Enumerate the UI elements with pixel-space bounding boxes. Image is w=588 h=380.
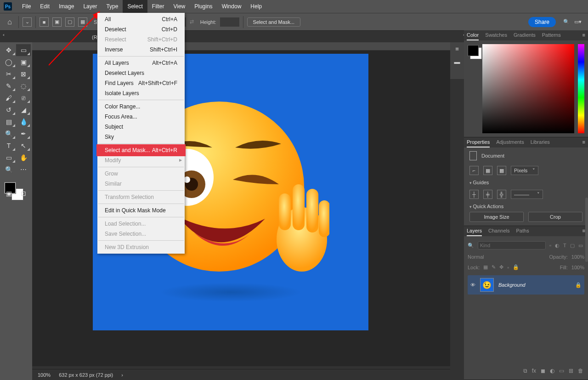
units-dropdown[interactable]: Pixels˅: [511, 166, 538, 175]
menu-plugins[interactable]: Plugins: [190, 0, 217, 13]
blur-tool-icon[interactable]: 💧: [16, 116, 31, 128]
workspace-switcher-icon[interactable]: ▭▾: [574, 19, 582, 25]
height-input[interactable]: [220, 17, 239, 27]
screen-mode-icon[interactable]: ⊡: [16, 187, 31, 199]
fill-value[interactable]: 100%: [571, 265, 584, 270]
lasso-tool-icon[interactable]: ◯: [1, 56, 16, 68]
quick-actions-section[interactable]: Quick Actions: [469, 204, 582, 209]
menu-item-deselect[interactable]: DeselectCtrl+D: [97, 24, 185, 34]
menu-layer[interactable]: Layer: [79, 0, 102, 13]
dodge-tool-icon[interactable]: 🔍: [1, 128, 16, 140]
menu-type[interactable]: Type: [102, 0, 123, 13]
delete-icon[interactable]: 🗑: [578, 368, 583, 374]
menu-item-sky[interactable]: Sky: [97, 132, 185, 142]
search-icon[interactable]: 🔍: [563, 19, 570, 25]
guides-section[interactable]: Guides: [469, 180, 582, 185]
tab-channels[interactable]: Channels: [488, 228, 509, 236]
menu-item-all[interactable]: AllCtrl+A: [97, 14, 185, 24]
fx-icon[interactable]: fx: [532, 368, 536, 374]
tab-adjustments[interactable]: Adjustments: [496, 139, 524, 147]
ruler-origin-icon[interactable]: ⌐: [469, 166, 479, 175]
menu-window[interactable]: Window: [217, 0, 246, 13]
gradient-tool-icon[interactable]: ▤: [1, 116, 16, 128]
menu-item-isolate-layers[interactable]: Isolate Layers: [97, 88, 185, 98]
home-icon[interactable]: ⌂: [5, 17, 15, 27]
new-layer-icon[interactable]: ⊞: [569, 368, 573, 374]
pixel-grid-icon[interactable]: ▩: [497, 166, 506, 175]
filter-icon[interactable]: ▢: [570, 243, 575, 249]
frame-tool-icon[interactable]: ⊠: [16, 68, 31, 80]
layer-filter-input[interactable]: [478, 241, 546, 250]
menu-help[interactable]: Help: [246, 0, 266, 13]
layer-row[interactable]: 👁 😉 Background 🔒: [468, 275, 584, 295]
menu-image[interactable]: Image: [54, 0, 79, 13]
path-select-tool-icon[interactable]: ↖: [16, 140, 31, 152]
zoom-value[interactable]: 100%: [38, 372, 51, 378]
brush-tool-icon[interactable]: 🖌: [1, 92, 16, 104]
guide-icon[interactable]: ╪: [483, 190, 492, 199]
link-layers-icon[interactable]: ⧉: [523, 368, 527, 374]
select-and-mask-button[interactable]: Select and Mask...: [247, 17, 301, 27]
menu-item-subject[interactable]: Subject: [97, 122, 185, 132]
panel-menu-icon[interactable]: ≡: [582, 32, 585, 40]
mask-icon[interactable]: ◼: [541, 368, 545, 374]
visibility-icon[interactable]: 👁: [470, 282, 475, 288]
menu-item-all-layers[interactable]: All LayersAlt+Ctrl+A: [97, 58, 185, 68]
menu-item-focus-area[interactable]: Focus Area...: [97, 112, 185, 122]
menu-item-edit-in-quick-mask-mode[interactable]: Edit in Quick Mask Mode: [97, 205, 185, 216]
guide-icon[interactable]: ┼: [469, 190, 479, 199]
clone-stamp-tool-icon[interactable]: ⎚: [16, 92, 31, 104]
guide-style-dropdown[interactable]: ———˅: [511, 190, 543, 199]
image-size-button[interactable]: Image Size: [469, 212, 524, 222]
tab-swatches[interactable]: Swatches: [485, 32, 507, 40]
menu-item-select-and-mask[interactable]: Select and Mask...Alt+Ctrl+R: [97, 145, 185, 155]
lock-icon[interactable]: ✥: [499, 264, 503, 270]
menu-edit[interactable]: Edit: [35, 0, 54, 13]
edit-toolbar-icon[interactable]: ⋯: [16, 164, 31, 176]
hand-tool-icon[interactable]: ✋: [16, 152, 31, 164]
menu-view[interactable]: View: [169, 0, 190, 13]
blend-mode-dropdown[interactable]: Normal: [468, 254, 484, 260]
eyedropper-tool-icon[interactable]: ✎: [1, 80, 16, 92]
pen-tool-icon[interactable]: ✒: [16, 128, 31, 140]
color-swatch-icon[interactable]: [468, 45, 479, 56]
adjustment-icon[interactable]: ◐: [550, 368, 554, 374]
move-tool-icon[interactable]: ✥: [1, 44, 16, 56]
scrollbar[interactable]: [585, 198, 588, 262]
swap-dims-icon[interactable]: ⇄: [190, 19, 194, 25]
tab-properties[interactable]: Properties: [467, 139, 490, 147]
selection-preset-icon[interactable]: ⌄: [23, 17, 32, 27]
eraser-tool-icon[interactable]: ◢: [16, 104, 31, 116]
panel-icon[interactable]: ▬: [450, 55, 464, 68]
marquee-tool-icon[interactable]: ▭: [16, 44, 31, 56]
tab-gradients[interactable]: Gradients: [514, 32, 536, 40]
opacity-value[interactable]: 100%: [571, 254, 584, 260]
menu-select[interactable]: Select: [123, 0, 147, 13]
panel-menu-icon[interactable]: ≡: [582, 139, 585, 147]
object-select-tool-icon[interactable]: ▣: [16, 56, 31, 68]
guide-icon[interactable]: ╬: [497, 190, 506, 199]
group-icon[interactable]: ▭: [559, 368, 564, 374]
healing-brush-tool-icon[interactable]: ◌: [16, 80, 31, 92]
filter-icon[interactable]: ◐: [555, 243, 560, 249]
lock-icon[interactable]: ✎: [492, 264, 496, 270]
lock-icon[interactable]: ▫: [507, 265, 509, 270]
tab-patterns[interactable]: Patterns: [542, 32, 561, 40]
zoom-tool-icon[interactable]: 🔍: [1, 164, 16, 176]
new-selection-icon[interactable]: ■: [40, 17, 49, 27]
history-brush-tool-icon[interactable]: ↺: [1, 104, 16, 116]
subtract-selection-icon[interactable]: ▢: [65, 17, 74, 27]
color-field[interactable]: [482, 44, 574, 133]
grid-icon[interactable]: ▦: [483, 166, 492, 175]
lock-icon[interactable]: ▦: [483, 264, 488, 270]
status-chevron-icon[interactable]: ›: [121, 372, 123, 378]
menu-item-inverse[interactable]: InverseShift+Ctrl+I: [97, 45, 185, 55]
menu-item-find-layers[interactable]: Find LayersAlt+Shift+Ctrl+F: [97, 78, 185, 88]
menu-filter[interactable]: Filter: [147, 0, 169, 13]
rectangle-tool-icon[interactable]: ▭: [1, 152, 16, 164]
share-button[interactable]: Share: [528, 17, 556, 27]
menu-item-color-range[interactable]: Color Range...: [97, 102, 185, 112]
filter-icon[interactable]: ▭: [578, 243, 583, 249]
menu-file[interactable]: File: [17, 0, 35, 13]
crop-tool-icon[interactable]: ✂: [1, 68, 16, 80]
